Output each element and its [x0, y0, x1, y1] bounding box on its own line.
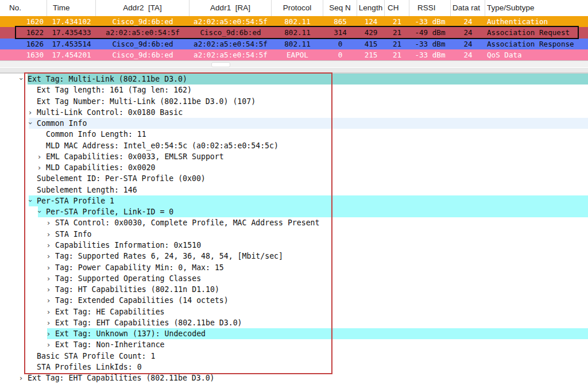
column-header-seq[interactable]: Seq N: [323, 0, 357, 16]
chevron-right-icon[interactable]: ›: [29, 107, 37, 118]
tree-row[interactable]: ›Tag: Power Capability Min: 0, Max: 15: [0, 262, 588, 273]
scrollbar-thumb[interactable]: [211, 62, 230, 67]
tree-row[interactable]: ›STA Control: 0x0030, Complete Profile, …: [0, 217, 588, 228]
column-header-type[interactable]: Type/Subtype: [485, 0, 588, 16]
packet-list-pane: No.TimeAddr2 [TA]Addr1 [RA]ProtocolSeq N…: [0, 0, 588, 60]
horizontal-scrollbar[interactable]: [0, 60, 588, 67]
packet-row-1622[interactable]: 162217.435433a2:02:a5:e0:54:5fCisco_9d:6…: [0, 27, 588, 38]
tree-indent: [0, 351, 29, 362]
tree-indent: [0, 328, 47, 339]
chevron-right-icon[interactable]: ›: [47, 273, 55, 284]
tree-row[interactable]: ›Tag: Supported Operating Classes: [0, 273, 588, 284]
tree-row[interactable]: ›MLD Capabilities: 0x0020: [0, 162, 588, 173]
tree-row-label: Tag: Supported Operating Classes: [55, 273, 201, 284]
chevron-right-icon[interactable]: ›: [38, 162, 46, 173]
tree-row[interactable]: STA Profiles LinkIds: 0: [0, 362, 588, 373]
tree-row[interactable]: Common Info Length: 11: [0, 129, 588, 140]
tree-row[interactable]: Subelement Length: 146: [0, 185, 588, 195]
tree-row[interactable]: Ext Tag Number: Multi-Link (802.11be D3.…: [0, 96, 588, 107]
chevron-right-icon[interactable]: ›: [47, 317, 55, 328]
tree-row[interactable]: ›Ext Tag: EHT Capabilities (802.11be D3.…: [0, 317, 588, 328]
column-header-rate[interactable]: Data rat: [451, 0, 485, 16]
cell-time: 17.435433: [47, 27, 96, 38]
chevron-right-icon[interactable]: ›: [20, 373, 28, 383]
tree-indent: [0, 206, 38, 217]
tree-indent: [0, 229, 47, 240]
column-header-no[interactable]: No.: [0, 0, 47, 16]
column-header-length[interactable]: Length: [357, 0, 385, 16]
tree-row[interactable]: Ext Tag length: 161 (Tag len: 162): [0, 85, 588, 95]
panel-splitter[interactable]: [0, 67, 588, 74]
cell-seq: 314: [323, 27, 357, 38]
tree-row-label: EML Capabilities: 0x0033, EMLSR Support: [46, 151, 224, 162]
cell-length: 415: [357, 39, 385, 49]
cell-rssi: -33 dBm: [409, 49, 451, 60]
packet-detail-tree: ›Ext Tag: Multi-Link (802.11be D3.0)Ext …: [0, 74, 588, 384]
tree-row[interactable]: ›Ext Tag: HE Capabilities: [0, 306, 588, 317]
tree-row-label: Tag: Supported Rates 6, 24, 36, 48, 54, …: [55, 251, 283, 262]
tree-row[interactable]: ›Ext Tag: Non-Inheritance: [0, 339, 588, 350]
packet-row-1626[interactable]: 162617.453514Cisco_9d:6b:eda2:02:a5:e0:5…: [0, 39, 588, 49]
tree-indent: [0, 262, 47, 273]
chevron-right-icon[interactable]: ›: [47, 251, 55, 262]
tree-indent: [0, 251, 47, 262]
chevron-right-icon[interactable]: ›: [47, 262, 55, 273]
tree-row-label: Ext Tag: EHT Capabilities (802.11be D3.0…: [55, 317, 242, 328]
cell-time: 17.453514: [47, 39, 96, 49]
cell-seq: 0: [323, 49, 357, 60]
tree-row[interactable]: ›Common Info: [0, 118, 588, 129]
tree-row[interactable]: ›Ext Tag: EHT Capabilities (802.11be D3.…: [0, 373, 588, 383]
column-header-ch[interactable]: CH: [385, 0, 409, 16]
tree-row[interactable]: ›STA Info: [0, 229, 588, 240]
tree-row-label: MLD MAC Address: Intel_e0:54:5c (a0:02:a…: [46, 140, 278, 151]
tree-indent: [0, 162, 38, 173]
cell-rate: 24: [451, 16, 485, 27]
chevron-right-icon[interactable]: ›: [47, 217, 55, 228]
column-header-time[interactable]: Time: [47, 0, 96, 16]
cell-length: 215: [357, 49, 385, 60]
tree-row[interactable]: Basic STA Profile Count: 1: [0, 351, 588, 362]
chevron-down-icon[interactable]: ›: [29, 195, 37, 206]
column-header-addr2[interactable]: Addr2 [TA]: [96, 0, 189, 16]
chevron-right-icon[interactable]: ›: [47, 229, 55, 240]
tree-indent: [0, 273, 47, 284]
tree-row-label: Ext Tag: Unknown (137): Undecoded: [55, 328, 206, 339]
tree-row[interactable]: ›Tag: Extended Capabilities (14 octets): [0, 295, 588, 306]
chevron-right-icon[interactable]: ›: [47, 306, 55, 317]
tree-row[interactable]: ›Tag: Supported Rates 6, 24, 36, 48, 54,…: [0, 251, 588, 262]
tree-row[interactable]: Subelement ID: Per-STA Profile (0x00): [0, 173, 588, 184]
tree-row-label: Ext Tag: EHT Capabilities (802.11be D3.0…: [28, 373, 215, 383]
column-header-addr1[interactable]: Addr1 [RA]: [189, 0, 272, 16]
chevron-down-icon[interactable]: ›: [38, 206, 46, 217]
packet-row-1620[interactable]: 162017.434102Cisco_9d:6b:eda2:02:a5:e0:5…: [0, 16, 588, 27]
tree-row-label: Multi-Link Control: 0x0180 Basic: [37, 107, 183, 118]
chevron-right-icon[interactable]: ›: [38, 151, 46, 162]
cell-rssi: -33 dBm: [409, 16, 451, 27]
tree-row[interactable]: ›Tag: HT Capabilities (802.11n D1.10): [0, 284, 588, 295]
tree-row[interactable]: ›EML Capabilities: 0x0033, EMLSR Support: [0, 151, 588, 162]
chevron-right-icon[interactable]: ›: [47, 240, 55, 251]
tree-indent: [0, 129, 38, 140]
tree-indent: [0, 185, 29, 195]
tree-row[interactable]: ›Per-STA Profile, Link-ID = 0: [0, 206, 588, 217]
packet-list-header: No.TimeAddr2 [TA]Addr1 [RA]ProtocolSeq N…: [0, 0, 588, 16]
packet-row-1630[interactable]: 163017.454201Cisco_9d:6b:eda2:02:a5:e0:5…: [0, 49, 588, 60]
tree-row[interactable]: ›Ext Tag: Multi-Link (802.11be D3.0): [0, 74, 588, 85]
chevron-down-icon[interactable]: ›: [29, 118, 37, 129]
tree-indent: [0, 339, 47, 350]
column-header-protocol[interactable]: Protocol: [272, 0, 323, 16]
tree-row[interactable]: MLD MAC Address: Intel_e0:54:5c (a0:02:a…: [0, 140, 588, 151]
tree-indent: [0, 362, 29, 373]
tree-row[interactable]: ›Ext Tag: Unknown (137): Undecoded: [0, 328, 588, 339]
packet-rows: 162017.434102Cisco_9d:6b:eda2:02:a5:e0:5…: [0, 16, 588, 60]
chevron-right-icon[interactable]: ›: [47, 339, 55, 350]
chevron-right-icon[interactable]: ›: [47, 284, 55, 295]
tree-row[interactable]: ›Capabilities Information: 0x1510: [0, 240, 588, 251]
column-header-rssi[interactable]: RSSI: [409, 0, 451, 16]
chevron-right-icon[interactable]: ›: [47, 328, 55, 339]
chevron-right-icon[interactable]: ›: [47, 295, 55, 306]
tree-row[interactable]: ›Multi-Link Control: 0x0180 Basic: [0, 107, 588, 118]
chevron-down-icon[interactable]: ›: [20, 74, 28, 85]
tree-row[interactable]: ›Per-STA Profile 1: [0, 195, 588, 206]
tree-indent: [0, 85, 29, 95]
